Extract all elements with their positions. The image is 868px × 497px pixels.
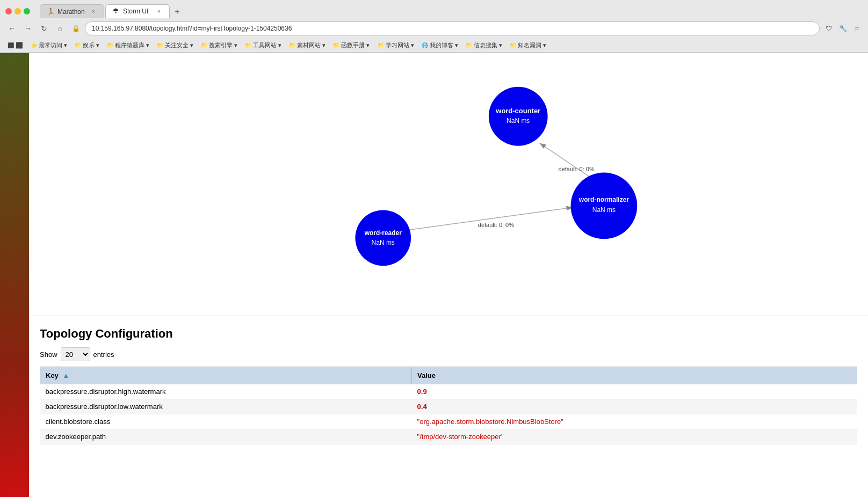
node-word-normalizer-label: word-normalizer	[578, 196, 629, 203]
node-word-reader-sublabel: NaN ms	[372, 239, 395, 246]
row-key: backpressure.disruptor.high.watermark	[40, 384, 412, 399]
address-input[interactable]	[85, 21, 820, 35]
browser-chrome: 🏃 Marathon × 🌩 Storm UI × + ← → ↻ ⌂ 🔒 🛡 …	[0, 0, 868, 53]
entries-select[interactable]: 10 20 50 100	[61, 347, 90, 361]
new-tab-button[interactable]: +	[171, 5, 184, 18]
bookmark-hanshu[interactable]: 📁 函数手册 ▾	[330, 40, 373, 50]
bookmark-myblog[interactable]: 🌐 我的博客 ▾	[418, 40, 461, 50]
shield-icon: 🛡	[823, 23, 835, 34]
bookmark-xuexiwangzhan[interactable]: 📁 学习网站 ▾	[374, 40, 417, 50]
entries-label: entries	[93, 350, 114, 359]
tab-marathon-label: Marathon	[57, 8, 85, 16]
table-row: dev.zookeeper.path "/tmp/dev-storm-zooke…	[40, 429, 857, 444]
tab-storm-ui[interactable]: 🌩 Storm UI ×	[105, 4, 170, 18]
table-row: backpressure.disruptor.low.watermark 0.4	[40, 399, 857, 414]
col-header-value[interactable]: Value	[412, 367, 857, 384]
col-key-label: Key	[46, 371, 59, 379]
node-word-reader[interactable]	[355, 210, 411, 266]
forward-button[interactable]: →	[21, 22, 34, 35]
row-value: "/tmp/dev-storm-zookeeper"	[412, 429, 857, 444]
row-value: 0.4	[412, 399, 857, 414]
node-word-counter-label: word-counter	[495, 107, 540, 115]
tab-marathon-close[interactable]: ×	[90, 8, 97, 16]
bookmarks-bar: ⬛ ⬛ ⭐ 最常访问 ▾ 📁 娱乐 ▾ 📁 程序猿题库 ▾ 📁 关注安全 ▾ 📁…	[0, 39, 868, 53]
edge-label-normalizer-counter: default: 0: 0%	[559, 166, 595, 172]
storm-favicon: 🌩	[112, 8, 120, 15]
bookmark-gongju[interactable]: 📁 工具网站 ▾	[242, 40, 285, 50]
refresh-button[interactable]: ↻	[38, 22, 50, 35]
bookmark-apps[interactable]: ⬛ ⬛	[4, 41, 26, 50]
title-bar: 🏃 Marathon × 🌩 Storm UI × +	[0, 0, 868, 18]
bookmark-sucai[interactable]: 📁 素材网站 ▾	[286, 40, 329, 50]
topology-canvas: default: 0: 0% default: 0: 0% word-count…	[29, 53, 868, 316]
tab-marathon[interactable]: 🏃 Marathon ×	[40, 4, 104, 18]
close-button[interactable]	[5, 8, 12, 14]
bookmark-guanzhu[interactable]: 📁 关注安全 ▾	[154, 40, 197, 50]
bookmark-chengxuyuan[interactable]: 📁 程序猿题库 ▾	[104, 40, 153, 50]
topology-svg: default: 0: 0% default: 0: 0% word-count…	[29, 53, 868, 316]
maximize-button[interactable]	[24, 8, 30, 14]
content-area: default: 0: 0% default: 0: 0% word-count…	[29, 53, 868, 497]
node-word-reader-label: word-reader	[364, 229, 402, 237]
marathon-favicon: 🏃	[47, 8, 54, 16]
node-word-normalizer-sublabel: NaN ms	[592, 206, 616, 214]
row-value: 0.9	[412, 384, 857, 399]
col-header-key[interactable]: Key ▲	[40, 367, 412, 384]
section-title: Topology Configuration	[40, 327, 857, 341]
address-bar-icons: 🛡 🔧 ☆	[823, 23, 863, 34]
bookmark-sousuo[interactable]: 📁 搜索引擎 ▾	[198, 40, 241, 50]
tab-list: 🏃 Marathon × 🌩 Storm UI × +	[40, 4, 184, 18]
bookmark-xinxi[interactable]: 📁 信息搜集 ▾	[462, 40, 505, 50]
window-controls	[5, 8, 30, 14]
col-value-label: Value	[417, 371, 436, 379]
config-table: Key ▲ Value backpressure.disruptor.high.…	[40, 367, 857, 444]
row-key: client.blobstore.class	[40, 414, 412, 429]
bookmark-zhiming[interactable]: 📁 知名漏洞 ▾	[507, 40, 549, 50]
tab-storm-ui-label: Storm UI	[123, 8, 148, 15]
extension-icon: 🔧	[837, 23, 849, 34]
row-value: "org.apache.storm.blobstore.NimbusBlobSt…	[412, 414, 857, 429]
minimize-button[interactable]	[15, 8, 21, 14]
lock-icon: 🔒	[70, 23, 82, 34]
sort-icon-key: ▲	[62, 371, 69, 379]
home-button[interactable]: ⌂	[54, 22, 67, 35]
left-sidebar	[0, 53, 29, 497]
bookmark-yule[interactable]: 📁 娱乐 ▾	[71, 40, 103, 50]
bookmark-zuichangfangwen[interactable]: ⭐ 最常访问 ▾	[27, 40, 70, 50]
table-row: client.blobstore.class "org.apache.storm…	[40, 414, 857, 429]
edge-label-reader-normalizer: default: 0: 0%	[478, 222, 514, 228]
row-key: backpressure.disruptor.low.watermark	[40, 399, 412, 414]
config-section: Topology Configuration Show 10 20 50 100…	[29, 316, 868, 455]
show-label: Show	[40, 350, 57, 359]
tab-storm-close[interactable]: ×	[155, 8, 163, 15]
node-word-counter-sublabel: NaN ms	[507, 117, 530, 125]
table-row: backpressure.disruptor.high.watermark 0.…	[40, 384, 857, 399]
address-bar: ← → ↻ ⌂ 🔒 🛡 🔧 ☆	[0, 18, 868, 39]
config-table-body: backpressure.disruptor.high.watermark 0.…	[40, 384, 857, 444]
show-entries-row: Show 10 20 50 100 entries	[40, 347, 857, 361]
back-button[interactable]: ←	[5, 22, 18, 35]
row-key: dev.zookeeper.path	[40, 429, 412, 444]
main-layout: default: 0: 0% default: 0: 0% word-count…	[0, 53, 868, 497]
bookmark-icon[interactable]: ☆	[851, 23, 863, 34]
